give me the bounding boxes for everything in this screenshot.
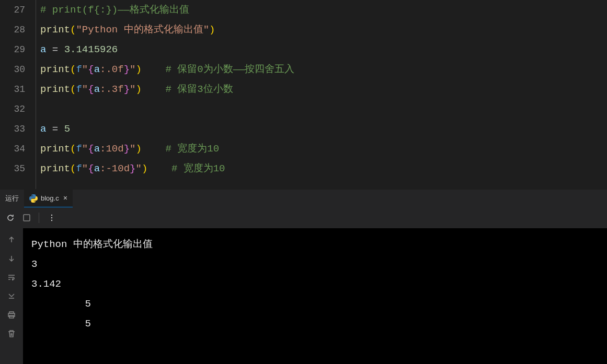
arrow-up-icon[interactable] (6, 234, 17, 245)
code-line[interactable]: print(f"{a:.3f}") # 保留3位小数 (40, 79, 607, 99)
rerun-icon[interactable] (6, 214, 15, 222)
code-line[interactable]: print("Python 中的格式化输出值") (40, 20, 607, 40)
code-line[interactable]: print(f"{a:-10d}") # 宽度为10 (40, 159, 607, 179)
svg-point-1 (51, 215, 52, 216)
svg-rect-0 (24, 215, 30, 221)
output-line: Python 中的格式化输出值 (31, 234, 599, 254)
tab-name: blog.c (41, 194, 59, 202)
line-gutter: 272829303132333435 (0, 0, 36, 189)
panel-header: 运行 blog.c × (0, 189, 607, 207)
code-line[interactable]: print(f"{a:10d}") # 宽度为10 (40, 139, 607, 159)
code-line[interactable]: a = 3.1415926 (40, 40, 607, 60)
line-number: 33 (0, 119, 25, 139)
terminal-output[interactable]: Python 中的格式化输出值33.142 5 5 (23, 228, 607, 364)
code-line[interactable]: print(f"{a:.0f}") # 保留0为小数——按四舍五入 (40, 60, 607, 79)
line-number: 32 (0, 99, 25, 119)
output-line: 5 (31, 314, 599, 334)
close-icon[interactable]: × (63, 194, 67, 203)
terminal-sidebar (0, 228, 23, 364)
print-icon[interactable] (6, 310, 17, 320)
more-icon[interactable] (48, 214, 56, 222)
code-content[interactable]: # print(f{:})——格式化输出值print("Python 中的格式化… (36, 0, 607, 189)
terminal-area: Python 中的格式化输出值33.142 5 5 (0, 228, 607, 364)
line-number: 31 (0, 79, 25, 99)
code-line[interactable] (40, 99, 607, 119)
line-number: 29 (0, 40, 25, 60)
python-icon (29, 194, 38, 203)
output-line: 3.142 (31, 274, 599, 294)
stop-icon[interactable] (23, 214, 30, 221)
toolbar (0, 207, 607, 228)
code-line[interactable]: a = 5 (40, 119, 607, 139)
line-number: 28 (0, 20, 25, 40)
line-number: 34 (0, 139, 25, 159)
code-editor[interactable]: 272829303132333435 # print(f{:})——格式化输出值… (0, 0, 607, 189)
toolbar-divider (39, 213, 39, 223)
trash-icon[interactable] (6, 328, 17, 339)
code-line[interactable]: # print(f{:})——格式化输出值 (40, 0, 607, 20)
svg-point-2 (51, 217, 52, 218)
output-line: 3 (31, 254, 599, 274)
arrow-down-icon[interactable] (6, 253, 17, 264)
output-line: 5 (31, 294, 599, 314)
svg-point-3 (51, 220, 52, 221)
panel-label: 运行 (0, 194, 24, 203)
run-tab[interactable]: blog.c × (24, 190, 73, 207)
line-number: 30 (0, 60, 25, 79)
scroll-end-icon[interactable] (6, 291, 17, 301)
line-number: 35 (0, 159, 25, 179)
line-number: 27 (0, 0, 25, 20)
wrap-icon[interactable] (6, 272, 17, 283)
